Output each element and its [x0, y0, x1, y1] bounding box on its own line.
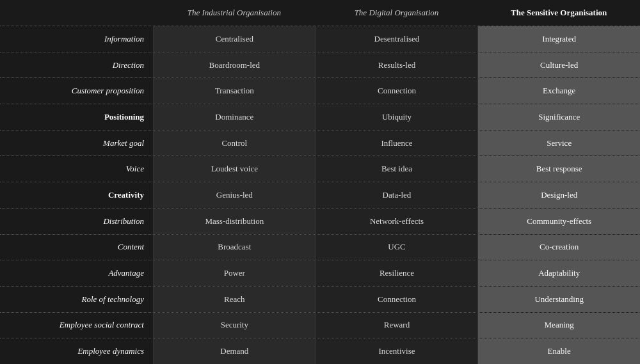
row-label: Advantage: [0, 260, 153, 286]
row-label: Role of technology: [0, 287, 153, 312]
row-label: Employee dynamics: [0, 338, 153, 364]
cell-digital: Network-effects: [316, 209, 478, 234]
row-label: Creativity: [0, 182, 153, 208]
table-row: Role of technologyReachConnectionUnderst…: [0, 286, 640, 312]
header-sensitive: The Sensitive Organisation: [477, 5, 640, 20]
cell-industrial: Broadcast: [153, 235, 316, 260]
cell-sensitive: Design-led: [477, 182, 640, 208]
cell-industrial: Boardroom-led: [153, 52, 316, 78]
cell-digital: Ubiquity: [316, 104, 478, 130]
table-row: DirectionBoardroom-ledResults-ledCulture…: [0, 52, 640, 78]
cell-sensitive: Best response: [477, 156, 640, 182]
cell-digital: Connection: [316, 78, 478, 104]
row-label: Direction: [0, 52, 153, 78]
table-row: Customer propositionTransactionConnectio…: [0, 77, 640, 104]
cell-industrial: Demand: [153, 338, 316, 364]
cell-digital: Desentralised: [316, 26, 478, 52]
header-label-col: [0, 5, 153, 20]
table-row: ContentBroadcastUGCCo-creation: [0, 234, 640, 260]
table-body: InformationCentralisedDesentralisedInteg…: [0, 26, 640, 364]
cell-industrial: Loudest voice: [153, 156, 316, 182]
cell-sensitive: Adaptability: [477, 260, 640, 286]
table-header: The Industrial Organisation The Digital …: [0, 0, 640, 26]
cell-sensitive: Integrated: [477, 26, 640, 52]
table-row: InformationCentralisedDesentralisedInteg…: [0, 26, 640, 52]
cell-sensitive: Culture-led: [477, 52, 640, 78]
cell-sensitive: Meaning: [477, 313, 640, 338]
row-label: Customer proposition: [0, 78, 153, 104]
cell-sensitive: Community-effects: [477, 209, 640, 234]
cell-digital: UGC: [316, 235, 478, 260]
header-industrial: The Industrial Organisation: [153, 5, 316, 20]
table-row: PositioningDominanceUbiquitySignificance: [0, 104, 640, 130]
row-label: Market goal: [0, 131, 153, 156]
cell-industrial: Security: [153, 313, 316, 338]
row-label: Positioning: [0, 104, 153, 130]
table-row: Market goalControlInfluenceService: [0, 130, 640, 156]
table-row: Employee social contractSecurityRewardMe…: [0, 312, 640, 338]
cell-digital: Incentivise: [316, 338, 478, 364]
cell-industrial: Mass-distribution: [153, 209, 316, 234]
cell-industrial: Control: [153, 131, 316, 156]
table-row: AdvantagePowerResilienceAdaptability: [0, 260, 640, 286]
table-row: DistributionMass-distributionNetwork-eff…: [0, 208, 640, 234]
row-label: Voice: [0, 156, 153, 182]
cell-digital: Resilience: [316, 260, 478, 286]
row-label: Employee social contract: [0, 313, 153, 338]
cell-industrial: Dominance: [153, 104, 316, 130]
row-label: Content: [0, 235, 153, 260]
cell-sensitive: Significance: [477, 104, 640, 130]
cell-digital: Reward: [316, 313, 478, 338]
table-row: Employee dynamicsDemandIncentiviseEnable: [0, 338, 640, 364]
cell-digital: Results-led: [316, 52, 478, 78]
cell-industrial: Reach: [153, 287, 316, 312]
cell-sensitive: Co-creation: [477, 235, 640, 260]
cell-sensitive: Enable: [477, 338, 640, 364]
table-row: CreativityGenius-ledData-ledDesign-led: [0, 182, 640, 208]
cell-industrial: Genius-led: [153, 182, 316, 208]
cell-digital: Influence: [316, 131, 478, 156]
cell-digital: Best idea: [316, 156, 478, 182]
header-digital: The Digital Organisation: [316, 5, 478, 20]
cell-industrial: Transaction: [153, 78, 316, 104]
cell-industrial: Power: [153, 260, 316, 286]
cell-industrial: Centralised: [153, 26, 316, 52]
cell-sensitive: Service: [477, 131, 640, 156]
comparison-table: The Industrial Organisation The Digital …: [0, 0, 640, 364]
cell-sensitive: Understanding: [477, 287, 640, 312]
row-label: Distribution: [0, 209, 153, 234]
cell-sensitive: Exchange: [477, 78, 640, 104]
table-row: VoiceLoudest voiceBest ideaBest response: [0, 155, 640, 182]
cell-digital: Connection: [316, 287, 478, 312]
cell-digital: Data-led: [316, 182, 478, 208]
row-label: Information: [0, 26, 153, 52]
